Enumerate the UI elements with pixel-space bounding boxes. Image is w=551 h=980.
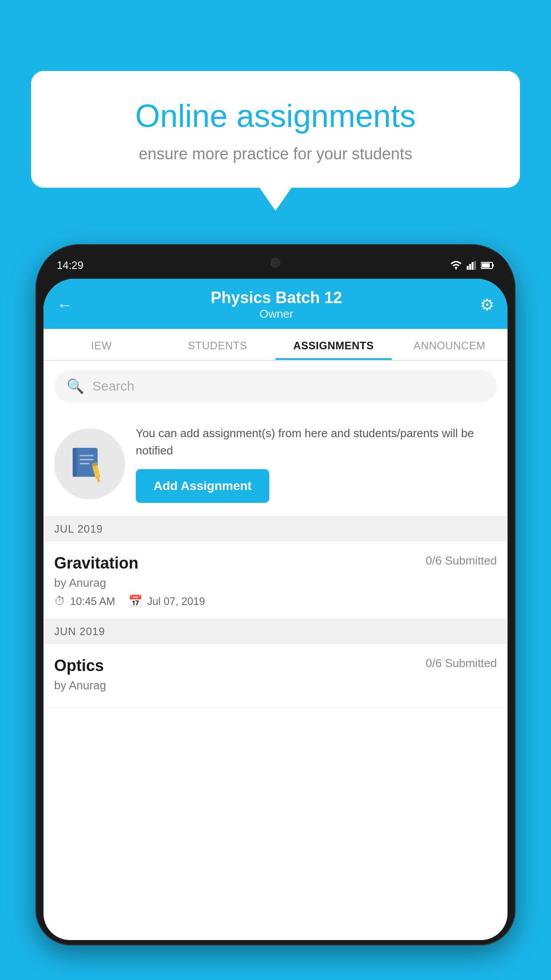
speech-bubble-arrow [260,188,291,211]
status-icons [450,261,494,270]
assignment-item-gravitation[interactable]: Gravitation 0/6 Submitted by Anurag ⏱ 10… [43,541,508,619]
svg-rect-3 [474,261,476,270]
tab-announcements[interactable]: ANNOUNCEM [392,329,508,360]
status-time: 14:29 [57,259,83,272]
tab-assignments[interactable]: ASSIGNMENTS [276,329,392,360]
phone-screen: ← Physics Batch 12 Owner ⚙ IEW STUDENTS … [43,279,508,940]
assignment-author-gravitation: by Anurag [54,576,497,590]
svg-rect-8 [73,448,77,477]
add-assignment-description: You can add assignment(s) from here and … [136,425,497,459]
speech-bubble-title: Online assignments [58,98,493,134]
notebook-icon [70,444,110,484]
back-button[interactable]: ← [57,297,73,313]
speech-bubble-container: Online assignments ensure more practice … [31,71,520,211]
tabs-bar: IEW STUDENTS ASSIGNMENTS ANNOUNCEM [43,329,508,361]
assignment-top-row: Gravitation 0/6 Submitted [54,554,497,573]
assignment-time-gravitation: ⏱ 10:45 AM [54,594,115,608]
assignment-author-optics: by Anurag [54,679,497,692]
assignment-submitted-gravitation: 0/6 Submitted [426,554,497,568]
phone-camera [271,258,280,268]
tab-students[interactable]: STUDENTS [160,329,276,360]
phone-top-bar: 14:29 [43,252,508,279]
add-assignment-section: You can add assignment(s) from here and … [43,411,508,517]
battery-icon [481,261,494,269]
assignment-date-gravitation: 📅 Jul 07, 2019 [128,594,205,608]
assignment-item-optics[interactable]: Optics 0/6 Submitted by Anurag [43,644,508,708]
assignment-title-optics: Optics [54,656,104,675]
svg-rect-10 [80,459,94,460]
svg-rect-0 [467,266,468,270]
svg-rect-2 [472,262,473,270]
wifi-icon [450,261,462,270]
svg-rect-6 [482,263,490,268]
search-container: 🔍 Search [43,361,508,411]
app-header: ← Physics Batch 12 Owner ⚙ [43,279,508,329]
clock-icon: ⏱ [54,594,66,608]
assignment-submitted-optics: 0/6 Submitted [426,656,497,670]
assignment-meta-gravitation: ⏱ 10:45 AM 📅 Jul 07, 2019 [54,594,497,608]
header-subtitle: Owner [211,307,342,321]
add-assignment-right: You can add assignment(s) from here and … [136,425,497,503]
search-icon: 🔍 [67,378,84,395]
notebook-icon-circle [54,428,125,499]
signal-icon [467,261,476,270]
speech-bubble-subtitle: ensure more practice for your students [58,145,493,163]
svg-rect-9 [80,455,94,456]
svg-rect-11 [80,463,90,464]
phone-wrapper: 14:29 [35,244,516,980]
assignment-title-gravitation: Gravitation [54,554,138,573]
month-header-jul: JUL 2019 [43,517,508,541]
svg-rect-5 [492,264,494,267]
add-assignment-button[interactable]: Add Assignment [136,469,269,503]
phone-outer: 14:29 [35,244,516,945]
svg-rect-1 [469,264,471,270]
search-bar[interactable]: 🔍 Search [54,370,497,403]
phone-notch [240,252,311,273]
month-header-jun: JUN 2019 [43,619,508,644]
tab-iew[interactable]: IEW [43,329,160,360]
header-title: Physics Batch 12 [211,288,342,307]
assignment-top-row-optics: Optics 0/6 Submitted [54,656,497,675]
speech-bubble: Online assignments ensure more practice … [31,71,520,188]
search-placeholder-text: Search [92,379,134,394]
calendar-icon: 📅 [128,594,142,608]
gear-icon[interactable]: ⚙ [480,296,494,314]
header-title-block: Physics Batch 12 Owner [211,288,342,321]
